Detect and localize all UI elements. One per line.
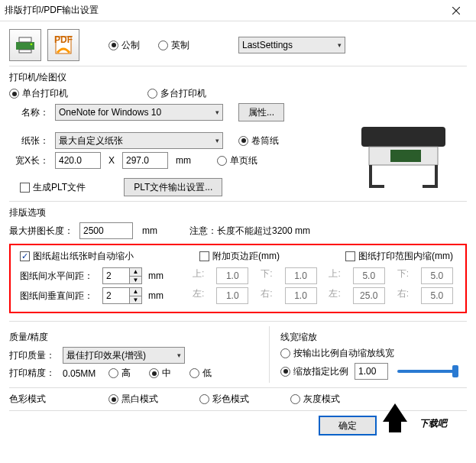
h-gap-label: 图纸间水平间距： <box>20 270 102 283</box>
sheet-paper-radio[interactable]: 单页纸 <box>217 154 257 167</box>
radio-icon <box>280 367 290 377</box>
shrink-left-input <box>353 287 385 304</box>
svg-rect-2 <box>16 42 34 50</box>
color-color-radio[interactable]: 彩色模式 <box>199 393 249 406</box>
radio-icon <box>149 368 159 378</box>
radio-icon <box>290 394 300 404</box>
svg-point-5 <box>31 44 33 46</box>
gen-plt-checkbox[interactable]: 生成PLT文件 <box>20 181 86 194</box>
max-len-note: 注意：长度不能超过3200 mm <box>189 225 310 238</box>
multi-printer-radio[interactable]: 多台打印机 <box>147 87 206 100</box>
precision-high-radio[interactable]: 高 <box>108 367 131 380</box>
paper-combo[interactable]: 最大自定义纸张 ▾ <box>55 132 223 149</box>
plotter-image <box>354 113 453 189</box>
shrink-top-input <box>353 267 385 284</box>
print-prec-label: 打印精度： <box>9 367 63 380</box>
radio-icon <box>158 40 168 50</box>
lw-ratio-input[interactable] <box>355 363 388 380</box>
v-gap-label: 图纸间垂直间距： <box>20 290 102 303</box>
mm-label: mm <box>168 155 191 166</box>
highlighted-options-box: 图纸超出纸张时自动缩小 附加页边距(mm) 图纸打印范围内缩(mm) 图纸间水平… <box>9 244 467 313</box>
layout-section-heading: 排版选项 <box>9 206 467 219</box>
margin-right-input <box>285 287 317 304</box>
mm-label: mm <box>133 225 167 236</box>
printer-props-button[interactable]: 属性... <box>238 103 284 121</box>
radio-icon <box>108 394 118 404</box>
shrink-right-input <box>421 287 453 304</box>
inner-shrink-checkbox[interactable]: 图纸打印范围内缩(mm) <box>345 250 453 263</box>
spin-down-icon[interactable]: ▼ <box>130 277 141 284</box>
max-len-label: 最大拼图长度： <box>9 225 79 238</box>
ok-button[interactable]: 确定 <box>319 416 377 435</box>
margin-top-input <box>216 267 248 284</box>
print-quality-combo[interactable]: 最佳打印效果(增强) ▾ <box>63 347 185 364</box>
slider-thumb-icon[interactable] <box>452 365 458 377</box>
margin-top-label: 上: <box>193 267 204 284</box>
close-button[interactable] <box>441 1 471 21</box>
checkbox-icon <box>20 251 30 261</box>
x-separator: X <box>101 155 122 166</box>
units-metric-radio[interactable]: 公制 <box>108 39 140 52</box>
h-gap-spinner[interactable]: ▲▼ <box>102 267 142 284</box>
precision-mid-radio[interactable]: 中 <box>149 367 171 380</box>
lw-ratio-slider[interactable] <box>397 370 458 373</box>
quality-section-heading: 质量/精度 <box>9 331 269 344</box>
radio-icon <box>108 368 118 378</box>
window-title: 排版打印/PDF输出设置 <box>5 4 99 17</box>
auto-shrink-checkbox[interactable]: 图纸超出纸张时自动缩小 <box>20 250 134 263</box>
svg-rect-10 <box>390 150 421 162</box>
margin-bottom-input <box>285 267 317 284</box>
chevron-down-icon: ▾ <box>177 351 181 359</box>
radio-icon <box>280 348 290 358</box>
margin-left-label-2: 左: <box>329 287 340 304</box>
print-icon-button[interactable] <box>9 29 41 61</box>
print-prec-value: 0.05MM <box>63 368 108 379</box>
color-bw-radio[interactable]: 黑白模式 <box>108 393 158 406</box>
radio-icon <box>217 156 227 166</box>
shrink-bottom-input <box>421 267 453 284</box>
margin-right-label: 右: <box>261 287 272 304</box>
units-imperial-radio[interactable]: 英制 <box>158 39 189 52</box>
print-quality-label: 打印质量： <box>9 349 63 362</box>
printer-name-label: 名称： <box>9 106 55 119</box>
chevron-down-icon: ▾ <box>215 108 219 116</box>
single-printer-radio[interactable]: 单台打印机 <box>9 87 68 100</box>
radio-icon <box>199 394 209 404</box>
color-mode-heading: 色彩模式 <box>9 393 63 406</box>
paper-width-input[interactable] <box>55 152 101 169</box>
roll-paper-radio[interactable]: 卷筒纸 <box>238 134 279 147</box>
linewidth-section-heading: 线宽缩放 <box>280 331 467 344</box>
radio-icon <box>189 368 199 378</box>
v-gap-spinner[interactable]: ▲▼ <box>102 287 142 304</box>
radio-icon <box>238 136 248 146</box>
radio-icon <box>108 40 118 50</box>
color-gray-radio[interactable]: 灰度模式 <box>290 393 340 406</box>
radio-icon <box>9 89 19 99</box>
mm-label: mm <box>142 290 170 301</box>
checkbox-icon <box>20 183 30 193</box>
radio-icon <box>147 89 157 99</box>
margin-left-label: 左: <box>193 287 204 304</box>
paper-height-input[interactable] <box>122 152 168 169</box>
wh-label: 宽X长： <box>9 154 55 167</box>
margin-right-label-2: 右: <box>397 287 409 304</box>
margin-left-input <box>216 287 248 304</box>
svg-text:下载吧: 下载吧 <box>419 418 448 429</box>
spin-up-icon[interactable]: ▲ <box>130 268 141 277</box>
watermark-logo: 下载吧 <box>381 399 473 440</box>
precision-low-radio[interactable]: 低 <box>189 367 212 380</box>
spin-up-icon[interactable]: ▲ <box>130 288 141 296</box>
add-margin-checkbox[interactable]: 附加页边距(mm) <box>199 250 280 263</box>
margin-bottom-label: 下: <box>261 267 272 284</box>
settings-preset-combo[interactable]: LastSettings ▾ <box>238 37 345 53</box>
svg-rect-3 <box>19 37 31 42</box>
svg-text:PDF: PDF <box>54 34 73 45</box>
pdf-icon-button[interactable]: PDF <box>47 29 79 61</box>
spin-down-icon[interactable]: ▼ <box>130 296 141 304</box>
chevron-down-icon: ▾ <box>338 41 342 49</box>
lw-auto-radio[interactable]: 按输出比例自动缩放线宽 <box>280 347 394 360</box>
plt-settings-button[interactable]: PLT文件输出设置... <box>124 178 222 196</box>
printer-name-combo[interactable]: OneNote for Windows 10 ▾ <box>55 104 223 121</box>
max-len-input[interactable] <box>79 222 133 239</box>
lw-ratio-radio[interactable]: 缩放指定比例 <box>280 365 348 378</box>
